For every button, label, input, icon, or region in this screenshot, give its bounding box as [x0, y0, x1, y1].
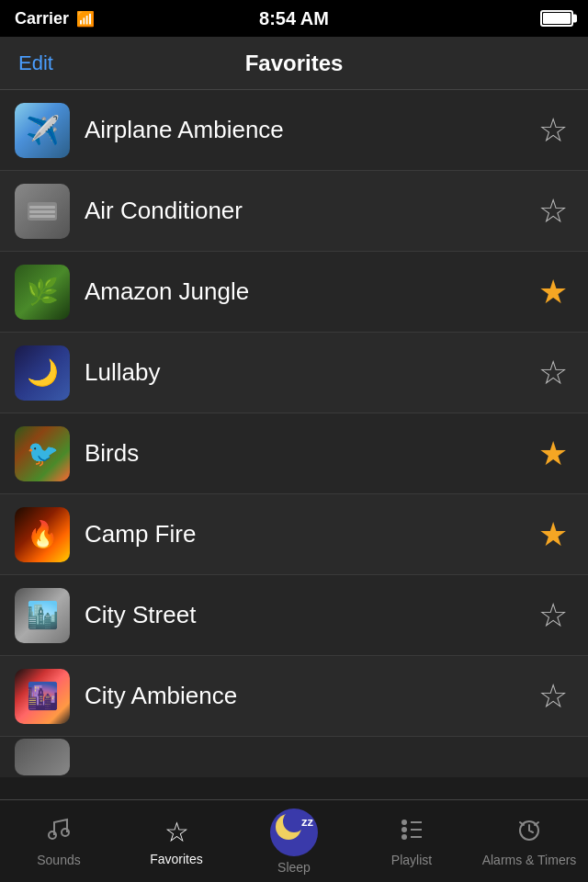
tab-sleep[interactable]: zz Sleep — [235, 800, 353, 882]
svg-point-10 — [401, 834, 407, 840]
star-tab-icon: ☆ — [164, 816, 189, 848]
list-item[interactable]: Air Conditioner ☆ — [0, 171, 588, 252]
item-label: Lullaby — [85, 358, 518, 387]
list-item[interactable]: 🌆 City Ambience ☆ — [0, 656, 588, 737]
sleep-icon: zz — [270, 808, 318, 856]
favorites-list: ✈️ Airplane Ambience ☆ Air Conditioner ☆… — [0, 90, 588, 799]
item-label: City Street — [85, 601, 518, 629]
nav-bar: Edit Favorites — [0, 37, 588, 90]
item-thumbnail: 🌙 — [15, 345, 70, 401]
page-title: Favorites — [245, 51, 344, 76]
status-left: Carrier 📶 — [15, 9, 95, 28]
wifi-icon: 📶 — [76, 10, 95, 28]
status-right — [540, 10, 573, 27]
list-item[interactable]: ✈️ Airplane Ambience ☆ — [0, 90, 588, 171]
list-item[interactable]: 🏙️ City Street ☆ — [0, 575, 588, 656]
alarm-clock-icon — [515, 815, 543, 849]
carrier-label: Carrier — [15, 9, 69, 28]
list-item-partial — [0, 737, 588, 777]
status-time: 8:54 AM — [259, 8, 329, 29]
tab-playlist[interactable]: Playlist — [353, 800, 470, 882]
item-thumbnail: 🌿 — [15, 265, 70, 320]
playlist-icon — [398, 815, 425, 849]
item-thumbnail-partial — [15, 739, 70, 775]
tab-favorites[interactable]: ☆ Favorites — [118, 800, 235, 882]
svg-rect-3 — [29, 215, 55, 218]
star-icon[interactable]: ☆ — [533, 192, 573, 231]
tab-bar: Sounds ☆ Favorites zz Sleep Playlist — [0, 799, 588, 882]
item-label: Camp Fire — [85, 520, 518, 548]
item-label: Airplane Ambience — [85, 116, 518, 144]
star-icon[interactable]: ★ — [533, 273, 573, 311]
tab-label-favorites: Favorites — [150, 852, 203, 866]
svg-rect-2 — [29, 210, 55, 213]
music-note-icon — [45, 815, 73, 849]
battery-icon — [540, 10, 573, 27]
list-item[interactable]: 🐦 Birds ★ — [0, 413, 588, 494]
item-label: City Ambience — [85, 682, 518, 710]
tab-label-playlist: Playlist — [391, 853, 432, 867]
edit-button[interactable]: Edit — [18, 51, 53, 75]
status-bar: Carrier 📶 8:54 AM — [0, 0, 588, 37]
star-icon[interactable]: ★ — [533, 515, 573, 554]
svg-point-6 — [401, 820, 407, 825]
tab-label-sounds: Sounds — [37, 853, 80, 867]
item-thumbnail — [15, 184, 70, 239]
star-icon[interactable]: ☆ — [533, 677, 573, 716]
star-icon[interactable]: ☆ — [533, 354, 573, 392]
svg-point-8 — [401, 827, 407, 832]
star-icon[interactable]: ★ — [533, 435, 573, 473]
star-icon[interactable]: ☆ — [533, 596, 573, 635]
star-icon[interactable]: ☆ — [533, 111, 573, 150]
item-label: Birds — [85, 439, 518, 468]
tab-label-alarms: Alarms & Timers — [482, 853, 577, 867]
item-label: Amazon Jungle — [85, 277, 518, 306]
item-label: Air Conditioner — [85, 197, 518, 225]
tab-label-sleep: Sleep — [277, 860, 311, 875]
list-item[interactable]: 🌙 Lullaby ☆ — [0, 333, 588, 413]
item-thumbnail: 🔥 — [15, 507, 70, 562]
item-thumbnail: ✈️ — [15, 103, 70, 158]
item-thumbnail: 🌆 — [15, 669, 70, 724]
list-item[interactable]: 🌿 Amazon Jungle ★ — [0, 252, 588, 333]
list-item[interactable]: 🔥 Camp Fire ★ — [0, 494, 588, 575]
tab-alarms-timers[interactable]: Alarms & Timers — [470, 800, 588, 882]
svg-rect-1 — [29, 206, 55, 209]
item-thumbnail: 🐦 — [15, 426, 70, 481]
tab-sounds[interactable]: Sounds — [0, 800, 118, 882]
item-thumbnail: 🏙️ — [15, 588, 70, 643]
